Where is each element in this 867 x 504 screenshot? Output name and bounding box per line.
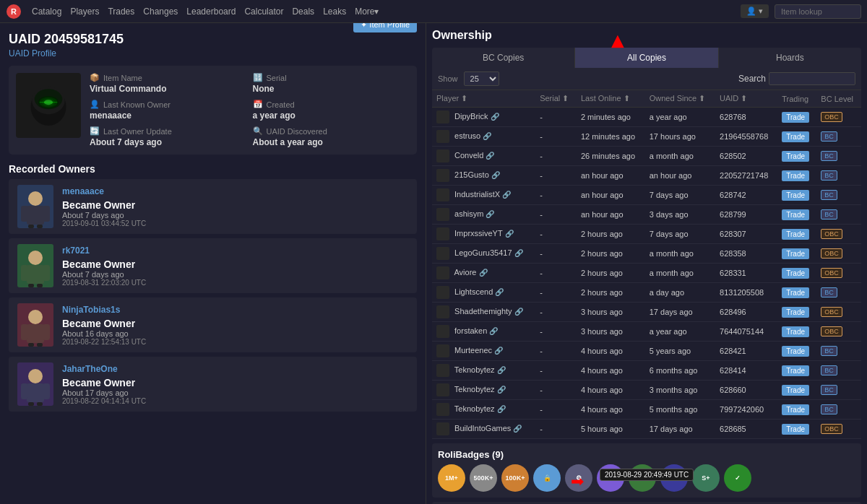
col-player[interactable]: Player ⬆ (432, 90, 535, 108)
player-avatar (436, 422, 449, 435)
ownership-title: Ownership (432, 29, 861, 42)
bc-badge: OBC (821, 307, 842, 317)
trade-button[interactable]: Trade (782, 307, 809, 318)
tab-bc-copies[interactable]: BC Copies (432, 48, 575, 68)
uaid-cell: 628799 (715, 205, 777, 225)
uaid-cell: 628331 (715, 264, 777, 283)
trade-button[interactable]: Trade (782, 190, 809, 201)
owner-became: Became Owner (62, 258, 408, 270)
created-icon: 📅 (253, 100, 263, 109)
copy-icon[interactable]: 🔗 (495, 288, 504, 296)
more-button[interactable]: More▾ (355, 6, 379, 17)
uaid-profile-link[interactable]: UAID Profile (9, 48, 56, 58)
nav-leaderboard[interactable]: Leaderboard (186, 6, 236, 17)
bc-level-cell: OBC (816, 244, 861, 264)
copy-icon[interactable]: 🔗 (497, 386, 506, 394)
copy-icon[interactable]: 🔗 (491, 113, 499, 121)
bc-badge: BC (821, 190, 837, 200)
copy-icon[interactable]: 🔗 (513, 425, 522, 433)
owner-time: About 7 days ago (62, 270, 408, 279)
uaid-cell: 628358 (715, 244, 777, 264)
trade-button[interactable]: Trade (782, 131, 809, 142)
trade-button[interactable]: Trade (782, 151, 809, 162)
roli-badge[interactable]: 🔒 (533, 464, 561, 492)
serial-cell: - (535, 244, 577, 264)
trade-button[interactable]: Trade (782, 170, 809, 181)
nav-leaks[interactable]: Leaks (323, 6, 346, 17)
col-uaid[interactable]: UAID ⬆ (715, 90, 777, 108)
trade-button[interactable]: Trade (782, 229, 809, 240)
col-trading[interactable]: Trading (777, 90, 816, 108)
col-serial[interactable]: Serial ⬆ (535, 90, 577, 108)
nav-players[interactable]: Players (70, 6, 99, 17)
roli-badge[interactable]: ✓ (724, 464, 751, 492)
item-lookup-input[interactable] (775, 4, 861, 19)
trade-button[interactable]: Trade (782, 287, 809, 298)
roli-badge[interactable]: ⚙ (565, 464, 592, 492)
col-bc-level[interactable]: BC Level (816, 90, 861, 108)
roli-badge[interactable]: 100K+ (501, 464, 529, 492)
svg-rect-29 (27, 383, 44, 402)
tab-hoards[interactable]: Hoards (719, 48, 861, 68)
user-menu-button[interactable]: 👤 ▾ (741, 4, 769, 18)
trade-button[interactable]: Trade (782, 365, 809, 376)
roli-badge[interactable]: 1M+ (438, 464, 465, 492)
item-profile-button[interactable]: ✦ Item Profile (353, 23, 417, 32)
svg-rect-21 (37, 284, 43, 287)
trade-button[interactable]: Trade (782, 385, 809, 396)
svg-rect-17 (27, 265, 44, 284)
player-cell: Shadethemighty 🔗 (432, 303, 535, 322)
copy-icon[interactable]: 🔗 (497, 366, 506, 374)
copy-icon[interactable]: 🔗 (486, 210, 494, 218)
trade-button[interactable]: Trade (782, 112, 809, 123)
player-avatar (436, 149, 449, 162)
table-search-input[interactable] (769, 72, 855, 85)
roli-badge[interactable]: 10 (660, 464, 688, 492)
bc-level-cell: BC (816, 400, 861, 420)
owned-since-cell: 6 months ago (645, 361, 715, 381)
roli-badge[interactable]: S+ (692, 464, 720, 492)
trading-cell: Trade (777, 244, 816, 264)
copy-icon[interactable]: 🔗 (494, 347, 503, 355)
table-row: Teknobytez 🔗 - 4 hours ago 6 months ago … (432, 361, 861, 381)
player-cell: LegoGuru35417 🔗 (432, 244, 535, 264)
trade-button[interactable]: Trade (782, 209, 809, 220)
copy-icon[interactable]: 🔗 (514, 249, 523, 257)
roli-badge[interactable]: 500K+ (470, 464, 497, 492)
last-online-cell: 26 minutes ago (577, 147, 645, 166)
last-online-cell: 4 hours ago (577, 400, 645, 420)
nav-catalog[interactable]: Catalog (32, 6, 61, 17)
copy-icon[interactable]: 🔗 (483, 132, 491, 140)
copy-icon[interactable]: 🔗 (479, 269, 488, 277)
copy-icon[interactable]: 🔗 (514, 308, 523, 316)
roli-badge[interactable]: 10 (629, 464, 656, 492)
trade-button[interactable]: Trade (782, 326, 809, 337)
nav-calculator[interactable]: Calculator (244, 6, 283, 17)
copy-icon[interactable]: 🔗 (489, 327, 498, 335)
col-owned-since[interactable]: Owned Since ⬆ (645, 90, 715, 108)
trade-button[interactable]: Trade (782, 268, 809, 279)
trade-button[interactable]: Trade (782, 248, 809, 259)
trading-cell: Trade (777, 303, 816, 322)
last-update-row: 🔄 Last Owner Update About 7 days ago (90, 126, 247, 147)
copy-icon[interactable]: 🔗 (491, 171, 500, 179)
copy-icon[interactable]: 🔗 (497, 405, 506, 413)
copy-icon[interactable]: 🔗 (502, 191, 511, 199)
roli-badge[interactable]: ◆ (597, 464, 624, 492)
nav-deals[interactable]: Deals (292, 6, 314, 17)
copy-icon[interactable]: 🔗 (486, 152, 494, 160)
trade-button[interactable]: Trade (782, 404, 809, 415)
col-last-online[interactable]: Last Online ⬆ (577, 90, 645, 108)
trade-button[interactable]: Trade (782, 346, 809, 357)
nav-changes[interactable]: Changes (143, 6, 178, 17)
nav-trades[interactable]: Trades (108, 6, 134, 17)
trading-cell: Trade (777, 342, 816, 361)
show-select[interactable]: 25 50 100 (464, 71, 499, 86)
owned-since-cell: an hour ago (645, 166, 715, 186)
copy-icon[interactable]: 🔗 (505, 230, 514, 238)
svg-rect-32 (28, 402, 34, 406)
search-label: Search (738, 74, 766, 84)
tab-all-copies[interactable]: All Copies (575, 48, 718, 68)
player-cell: Conveld 🔗 (432, 147, 535, 166)
trade-button[interactable]: Trade (782, 424, 809, 435)
